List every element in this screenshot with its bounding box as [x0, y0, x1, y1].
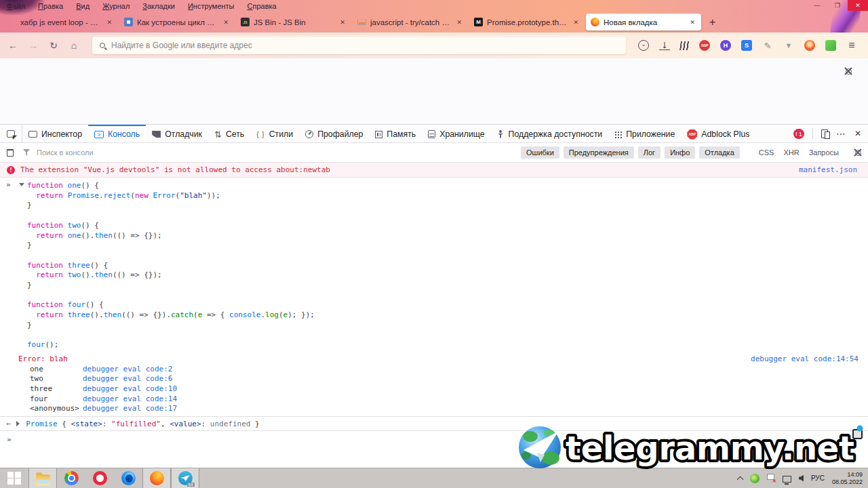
- tab-close-icon[interactable]: ✕: [105, 19, 113, 26]
- frame-function: one: [30, 365, 83, 375]
- taskbar-explorer-button[interactable]: [28, 468, 57, 488]
- action-center-flag-icon[interactable]: [767, 474, 775, 483]
- filter-chip[interactable]: Ошибки: [521, 146, 559, 159]
- frame-location-link[interactable]: debugger eval code:10: [83, 384, 177, 394]
- profiler-icon: [305, 130, 313, 138]
- devtools-tab-profiler[interactable]: Профайлер: [299, 125, 369, 142]
- antivirus-tray-icon[interactable]: [750, 474, 760, 483]
- taskbar-firefox-orange-button[interactable]: [142, 468, 171, 488]
- language-indicator[interactable]: РУС: [811, 474, 825, 482]
- taskbar-telegram-button[interactable]: 64: [171, 468, 199, 488]
- devtools-tab-debugger[interactable]: Отладчик: [146, 125, 208, 142]
- frame-location-link[interactable]: debugger eval code:6: [83, 374, 172, 384]
- minimize-button[interactable]: —: [807, 0, 827, 11]
- watermark-text: telegrammy.net: [566, 429, 854, 467]
- devtools-close-icon[interactable]: ✕: [854, 129, 861, 138]
- filter-category[interactable]: CSS: [759, 148, 774, 157]
- devtools-tab-console[interactable]: Консоль: [88, 125, 146, 142]
- devtools-tab-style[interactable]: Стили: [250, 125, 299, 142]
- browser-tab[interactable]: Promise.prototype.then() - Java✕: [469, 14, 585, 30]
- manifest-link[interactable]: manifest.json: [799, 165, 861, 174]
- browser-tab[interactable]: Как устроены цикл событий в✕: [119, 14, 235, 30]
- tray-expand-icon[interactable]: [736, 476, 743, 483]
- stackoverflow-favicon-icon: [357, 19, 366, 25]
- taskbar-firefox-blue-button[interactable]: [114, 468, 142, 488]
- taskbar-opera-button[interactable]: [85, 468, 114, 488]
- collapse-triangle-icon[interactable]: [19, 183, 24, 186]
- download-icon[interactable]: [659, 41, 670, 50]
- devtools-tab-adblock[interactable]: Adblock Plus: [681, 125, 755, 142]
- telegram-badge: 64: [187, 483, 195, 487]
- page-settings-gear-icon[interactable]: [846, 68, 852, 75]
- menu-item-файл[interactable]: Файл: [7, 2, 25, 10]
- library-icon[interactable]: [679, 41, 690, 50]
- forward-icon[interactable]: →: [27, 40, 39, 51]
- s-icon[interactable]: [741, 40, 752, 51]
- frame-location-link[interactable]: debugger eval code:2: [83, 365, 172, 375]
- tab-close-icon[interactable]: ✕: [338, 19, 347, 26]
- abp-icon[interactable]: [699, 40, 710, 51]
- tab-close-icon[interactable]: ✕: [572, 19, 580, 26]
- menu-item-закладки[interactable]: Закладки: [142, 2, 175, 10]
- filter-chip[interactable]: Отладка: [699, 146, 739, 159]
- pocket-icon[interactable]: [638, 40, 649, 51]
- console-filter-input[interactable]: [37, 148, 514, 157]
- devtools-tab-memory[interactable]: Память: [369, 125, 422, 142]
- frame-location-link[interactable]: debugger eval code:14: [83, 394, 177, 405]
- devtools-tab-accessibility[interactable]: Поддержка доступности: [491, 125, 609, 142]
- error-location-link[interactable]: debugger eval code:14:54: [751, 354, 868, 365]
- menu-item-инструменты[interactable]: Инструменты: [188, 2, 235, 10]
- taskbar-chrome-button[interactable]: [57, 468, 85, 488]
- menu-item-вид[interactable]: Вид: [76, 2, 90, 10]
- new-tab-button[interactable]: +: [709, 16, 715, 28]
- funnel-icon[interactable]: [783, 40, 794, 51]
- devtools-tab-network[interactable]: Сеть: [208, 125, 250, 142]
- back-icon[interactable]: ←: [7, 40, 19, 51]
- green-icon[interactable]: [825, 40, 836, 51]
- menu-item-справка[interactable]: Справка: [248, 2, 277, 10]
- divider: [812, 128, 813, 139]
- maximize-button[interactable]: ❐: [827, 0, 848, 11]
- filter-chip[interactable]: Лог: [638, 146, 660, 159]
- menu-icon[interactable]: [846, 40, 857, 51]
- filter-category[interactable]: XHR: [783, 148, 799, 157]
- pen-icon[interactable]: [762, 40, 773, 51]
- network-tray-icon[interactable]: [783, 476, 791, 483]
- filter-chip[interactable]: Инфо: [665, 146, 695, 159]
- console-settings-gear-icon[interactable]: [855, 150, 861, 156]
- devtools-tab-application[interactable]: Приложение: [608, 125, 681, 142]
- clock-time: 14:09: [832, 471, 863, 479]
- pick-element-button[interactable]: [0, 125, 22, 142]
- tab-close-icon[interactable]: ✕: [222, 19, 230, 26]
- browser-tab[interactable]: хабр js event loop - Поиск в G✕: [3, 14, 118, 30]
- devtools-tab-inspector[interactable]: Инспектор: [22, 125, 88, 142]
- menu-item-правка[interactable]: Правка: [38, 2, 63, 10]
- o-icon[interactable]: [804, 40, 815, 51]
- volume-tray-icon[interactable]: [799, 475, 804, 482]
- clear-console-icon[interactable]: [7, 149, 14, 157]
- browser-tab[interactable]: Новая вкладка✕: [586, 14, 701, 30]
- close-button[interactable]: ✕: [848, 0, 868, 11]
- filter-chip[interactable]: Предупреждения: [564, 146, 634, 159]
- tab-close-icon[interactable]: ✕: [455, 19, 463, 26]
- devtools-tab-storage[interactable]: Хранилище: [422, 125, 490, 142]
- responsive-mode-icon[interactable]: [821, 129, 828, 138]
- filter-category[interactable]: Запросы: [809, 148, 839, 157]
- clock[interactable]: 14:09 08.05.2022: [832, 471, 863, 485]
- browser-tab[interactable]: javascript - try/catch causes <a✕: [353, 14, 468, 30]
- menu-item-журнал[interactable]: Журнал: [102, 2, 130, 10]
- chrome-icon: [64, 471, 79, 485]
- expand-triangle-icon[interactable]: [16, 421, 20, 426]
- error-count-badge[interactable]: 1: [793, 129, 804, 139]
- reload-icon[interactable]: ↻: [47, 40, 60, 51]
- tab-close-icon[interactable]: ✕: [688, 19, 696, 26]
- taskbar-start-button[interactable]: [0, 468, 28, 488]
- url-bar[interactable]: [92, 37, 626, 54]
- home-icon[interactable]: ⌂: [68, 40, 80, 51]
- h-icon[interactable]: [720, 40, 731, 51]
- browser-tab[interactable]: JS Bin - JS Bin✕: [236, 14, 351, 30]
- url-input[interactable]: [111, 41, 618, 50]
- result-value[interactable]: Promise { <state>: "fulfilled", <value>:…: [26, 420, 259, 428]
- frame-location-link[interactable]: debugger eval code:17: [83, 404, 177, 414]
- devtools-menu-icon[interactable]: ⋯: [836, 128, 846, 139]
